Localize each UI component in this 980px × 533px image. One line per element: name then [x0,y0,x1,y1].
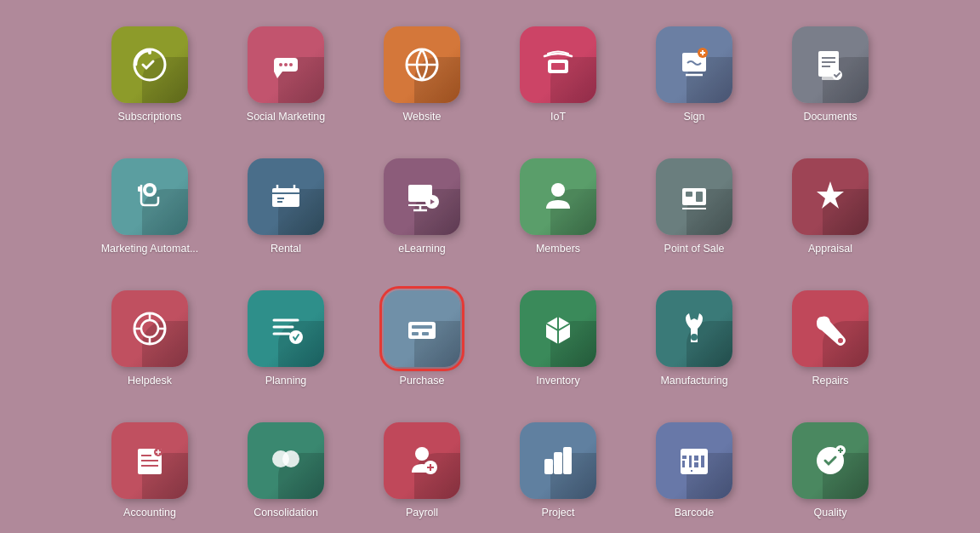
svg-rect-37 [696,192,703,202]
app-icon-sign [656,26,732,103]
app-item-social-marketing[interactable]: Social Marketing [226,7,345,130]
svg-point-65 [415,447,429,461]
svg-rect-76 [694,456,698,461]
app-item-members[interactable]: Members [499,139,618,262]
app-item-quality[interactable]: Quality [771,403,890,526]
app-icon-repairs [792,290,869,367]
app-label-accounting: Accounting [123,506,176,519]
svg-marker-39 [817,181,844,209]
app-icon-point-of-sale [656,158,732,235]
svg-rect-73 [682,456,687,459]
svg-rect-53 [422,332,429,335]
app-item-subscriptions[interactable]: Subscriptions [90,7,209,130]
svg-rect-52 [412,332,419,335]
app-item-sign[interactable]: Sign [635,7,754,130]
svg-rect-78 [701,456,704,467]
app-label-documents: Documents [803,110,857,123]
app-label-appraisal: Appraisal [808,242,852,255]
app-icon-rental [248,158,324,235]
app-label-sign: Sign [683,110,704,123]
svg-rect-71 [563,447,572,474]
app-item-barcode[interactable]: Barcode [635,403,754,526]
svg-rect-23 [272,188,299,207]
svg-rect-36 [686,192,692,197]
app-icon-accounting [111,422,188,499]
app-label-manufacturing: Manufacturing [660,374,727,387]
app-item-purchase[interactable]: Purchase [362,271,481,394]
app-label-point-of-sale: Point of Sale [664,242,725,255]
svg-point-4 [289,63,293,66]
app-item-appraisal[interactable]: Appraisal [771,139,890,262]
app-icon-documents [792,26,869,103]
app-item-iot[interactable]: IoT [499,7,618,130]
app-icon-appraisal [792,158,869,235]
app-label-helpdesk: Helpdesk [128,374,172,387]
svg-rect-51 [412,325,432,329]
svg-point-34 [551,183,565,197]
app-grid: SubscriptionsSocial MarketingWebsiteIoTS… [73,0,907,533]
app-label-inventory: Inventory [536,374,579,387]
svg-rect-70 [554,452,562,474]
app-item-point-of-sale[interactable]: Point of Sale [635,139,754,262]
app-icon-website [384,26,460,103]
app-item-website[interactable]: Website [362,7,481,130]
app-label-consolidation: Consolidation [254,506,318,519]
app-icon-barcode [656,422,732,499]
app-label-project: Project [542,506,575,519]
app-icon-purchase [384,290,460,367]
svg-rect-69 [544,459,553,474]
app-item-planning[interactable]: Planning [226,271,345,394]
svg-point-3 [284,63,288,66]
svg-point-64 [282,450,299,467]
app-item-inventory[interactable]: Inventory [499,271,618,394]
app-item-payroll[interactable]: Payroll [362,403,481,526]
app-icon-helpdesk [111,290,188,367]
svg-rect-77 [694,462,698,467]
svg-point-2 [279,63,282,66]
app-icon-social-marketing [248,26,324,103]
app-label-payroll: Payroll [406,506,438,519]
app-item-rental[interactable]: Rental [226,139,345,262]
app-item-project[interactable]: Project [499,403,618,526]
app-label-subscriptions: Subscriptions [117,110,181,123]
app-item-elearning[interactable]: eLearning [362,139,481,262]
app-label-social-marketing: Social Marketing [247,110,325,123]
svg-rect-50 [408,322,436,339]
svg-point-22 [146,186,153,193]
app-icon-manufacturing [656,290,732,367]
svg-rect-74 [682,461,685,467]
app-icon-quality [792,422,869,499]
app-item-repairs[interactable]: Repairs [771,271,890,394]
app-icon-subscriptions [111,26,188,103]
app-icon-inventory [520,290,596,367]
app-item-marketing-automat[interactable]: Marketing Automat... [90,139,209,262]
svg-point-55 [838,338,843,343]
svg-point-1 [148,51,151,54]
app-label-iot: IoT [550,110,566,123]
app-icon-iot [520,26,596,103]
app-icon-elearning [384,158,460,235]
app-icon-marketing-automat [111,158,188,235]
app-label-marketing-automat: Marketing Automat... [101,242,199,255]
app-label-purchase: Purchase [400,374,445,387]
app-icon-consolidation [248,422,324,499]
app-label-members: Members [536,242,580,255]
app-item-helpdesk[interactable]: Helpdesk [90,271,209,394]
app-label-elearning: eLearning [398,242,446,255]
app-item-documents[interactable]: Documents [771,7,890,130]
app-label-barcode: Barcode [675,506,715,519]
app-icon-members [520,158,596,235]
app-label-planning: Planning [265,374,307,387]
app-icon-project [520,422,596,499]
app-item-accounting[interactable]: Accounting [90,403,209,526]
app-item-manufacturing[interactable]: Manufacturing [635,271,754,394]
app-label-website: Website [403,110,442,123]
app-icon-planning [248,290,324,367]
svg-rect-8 [551,63,565,70]
app-item-consolidation[interactable]: Consolidation [226,403,345,526]
svg-point-54 [691,334,698,341]
app-label-rental: Rental [271,242,301,255]
svg-point-41 [141,320,158,337]
svg-rect-75 [689,456,692,467]
app-label-quality: Quality [814,506,847,519]
